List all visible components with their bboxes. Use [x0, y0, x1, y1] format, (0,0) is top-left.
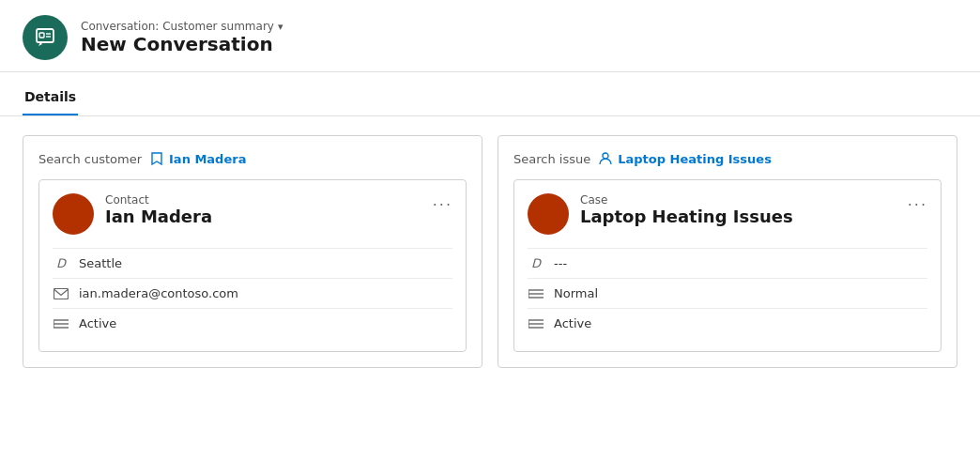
tabs-bar: Details: [0, 80, 980, 116]
customer-card-name: Ian Madera: [105, 207, 421, 226]
customer-card-type: Contact: [105, 193, 421, 207]
issue-priority-value: Normal: [554, 286, 598, 300]
customer-more-button[interactable]: ...: [433, 193, 452, 208]
chevron-down-icon[interactable]: ▾: [278, 21, 283, 33]
issue-card-name: Laptop Heating Issues: [580, 207, 896, 226]
app-header: Conversation: Customer summary ▾ New Con…: [0, 0, 980, 72]
issue-panel: Search issue Laptop Heating Issues Case …: [498, 135, 957, 368]
header-subtitle: Conversation: Customer summary ▾: [81, 20, 283, 33]
customer-search-label: Search customer: [38, 152, 142, 166]
header-text-block: Conversation: Customer summary ▾ New Con…: [81, 20, 283, 55]
issue-search-label: Search issue: [513, 152, 590, 166]
svg-rect-4: [54, 288, 69, 299]
issue-card: Case Laptop Heating Issues ... D ---: [513, 179, 942, 352]
issue-card-type: Case: [580, 193, 896, 207]
issue-more-button[interactable]: ...: [908, 193, 927, 208]
tab-details[interactable]: Details: [23, 80, 78, 115]
conversation-icon: [34, 26, 56, 49]
case-id-icon: D: [528, 256, 544, 270]
email-icon: [53, 288, 69, 299]
issue-search-row: Search issue Laptop Heating Issues: [513, 151, 942, 166]
customer-avatar: [53, 193, 94, 235]
customer-email-field: ian.madera@contoso.com: [53, 278, 452, 308]
issue-status-value: Active: [554, 316, 591, 330]
header-title: New Conversation: [81, 33, 283, 55]
customer-location-field: D Seattle: [53, 248, 452, 278]
app-icon: [23, 15, 68, 60]
customer-status-value: Active: [79, 316, 116, 330]
priority-icon: [528, 288, 544, 299]
customer-panel: Search customer Ian Madera Contact Ian M…: [23, 135, 482, 368]
location-icon: D: [53, 256, 69, 270]
bookmark-icon: [149, 151, 164, 166]
customer-card-header: Contact Ian Madera ...: [53, 193, 452, 235]
customer-search-row: Search customer Ian Madera: [38, 151, 467, 166]
issue-card-header: Case Laptop Heating Issues ...: [528, 193, 927, 235]
header-subtitle-text: Conversation: Customer summary: [81, 20, 274, 33]
customer-card: Contact Ian Madera ... D Seattle ian.mad…: [38, 179, 467, 352]
person-icon: [598, 151, 613, 166]
customer-name-link: Ian Madera: [169, 152, 246, 166]
main-content: Search customer Ian Madera Contact Ian M…: [0, 116, 980, 387]
svg-rect-1: [39, 33, 44, 38]
issue-card-info: Case Laptop Heating Issues: [580, 193, 896, 226]
issue-status-field: Active: [528, 308, 927, 338]
issue-search-value[interactable]: Laptop Heating Issues: [598, 151, 772, 166]
customer-email-value: ian.madera@contoso.com: [79, 286, 238, 300]
customer-search-value[interactable]: Ian Madera: [149, 151, 246, 166]
status-icon: [53, 318, 69, 329]
customer-location-value: Seattle: [79, 256, 122, 270]
svg-point-9: [603, 153, 608, 159]
issue-avatar: [528, 193, 569, 235]
issue-id-field: D ---: [528, 248, 927, 278]
issue-id-value: ---: [554, 256, 567, 270]
issue-name-link: Laptop Heating Issues: [618, 152, 772, 166]
issue-status-icon: [528, 318, 544, 329]
customer-card-info: Contact Ian Madera: [105, 193, 421, 226]
issue-priority-field: Normal: [528, 278, 927, 308]
customer-status-field: Active: [53, 308, 452, 338]
